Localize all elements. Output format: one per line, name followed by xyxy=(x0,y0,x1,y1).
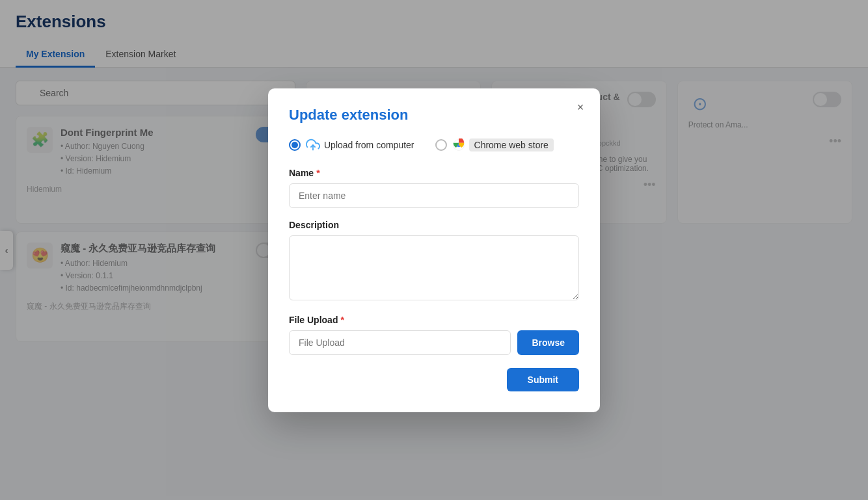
modal-overlay: Update extension × Upload from computer xyxy=(0,0,868,500)
radio-upload[interactable]: Upload from computer xyxy=(289,138,414,152)
name-required-star: * xyxy=(316,168,319,178)
name-input[interactable] xyxy=(289,183,579,208)
radio-dot-chrome xyxy=(435,139,447,151)
radio-label-upload: Upload from computer xyxy=(324,140,414,150)
chrome-icon xyxy=(452,138,465,151)
file-required-star: * xyxy=(340,315,344,325)
modal-close-button[interactable]: × xyxy=(571,99,590,117)
radio-label-upload-wrap: Upload from computer xyxy=(306,138,414,152)
update-extension-modal: Update extension × Upload from computer xyxy=(268,88,600,412)
radio-dot-upload xyxy=(289,139,301,151)
name-label: Name * xyxy=(289,168,579,178)
chrome-badge-label: Chrome web store xyxy=(469,138,554,151)
radio-chrome[interactable]: Chrome web store xyxy=(435,138,554,152)
submit-button[interactable]: Submit xyxy=(507,368,579,391)
browse-button[interactable]: Browse xyxy=(517,330,579,355)
radio-label-chrome-wrap: Chrome web store xyxy=(452,138,554,151)
radio-group: Upload from computer Chrome web store xyxy=(289,138,579,152)
upload-cloud-icon xyxy=(306,138,320,152)
submit-row: Submit xyxy=(289,368,579,391)
file-upload-input[interactable] xyxy=(289,330,511,355)
modal-title: Update extension xyxy=(289,107,579,124)
description-label: Description xyxy=(289,220,579,230)
description-textarea[interactable] xyxy=(289,235,579,300)
file-upload-row: Browse xyxy=(289,330,579,355)
file-upload-label: File Upload * xyxy=(289,315,579,325)
